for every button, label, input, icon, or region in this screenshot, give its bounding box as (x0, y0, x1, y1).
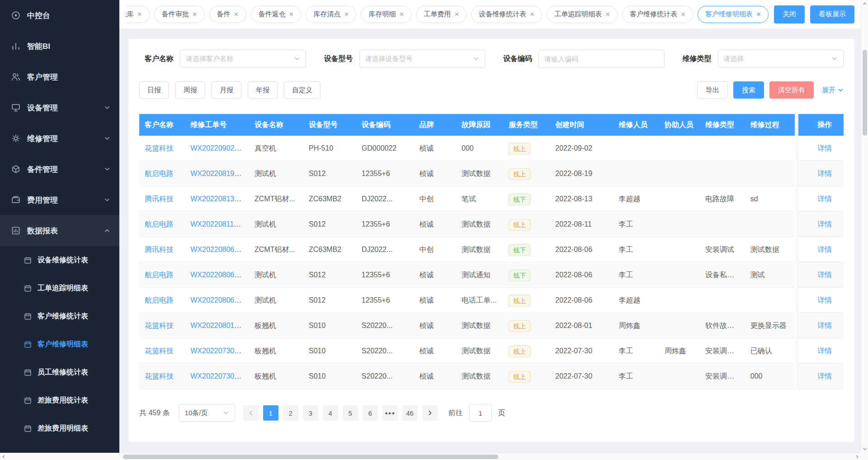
order-link[interactable]: WX202208110001 (190, 220, 249, 228)
sidebar-subitem[interactable]: 员工维修统计表 (0, 358, 119, 386)
tab[interactable]: 客户维修明细表× (698, 6, 769, 23)
detail-link[interactable]: 详情 (817, 195, 832, 203)
scroll-down-icon[interactable] (861, 446, 868, 453)
customer-link[interactable]: 花篮科技 (145, 144, 174, 152)
scroll-left-icon[interactable] (0, 453, 7, 460)
expand-toggle[interactable]: 展开 (822, 86, 844, 95)
customer-name-select[interactable]: 请选择客户名称 (180, 50, 306, 68)
sidebar-item-cost[interactable]: 费用管理 (0, 185, 119, 215)
pager-page[interactable]: 1 (263, 405, 278, 421)
sidebar-subitem[interactable]: 客户维修明细表 (0, 330, 119, 358)
tab[interactable]: 备件返仓× (251, 6, 302, 23)
sidebar-item-device[interactable]: 设备管理 (0, 92, 119, 123)
device-code-input[interactable] (538, 50, 665, 68)
sidebar-item-customer[interactable]: 客户管理 (0, 62, 119, 92)
sidebar-subitem[interactable]: 工单追踪明细表 (0, 274, 119, 302)
goto-page-input[interactable] (469, 404, 492, 422)
vertical-scrollbar[interactable] (861, 0, 868, 453)
clear-all-button[interactable]: 清空所有 (769, 81, 814, 99)
order-link[interactable]: WX202208010001 (190, 322, 249, 329)
tab[interactable]: 库存清点× (306, 6, 356, 23)
close-tab-icon[interactable]: × (234, 10, 239, 18)
detail-link[interactable]: 详情 (817, 296, 832, 304)
tab[interactable]: 工单费用× (416, 6, 467, 23)
tab[interactable]: 工单追踪明细表× (547, 6, 618, 23)
pager-page[interactable]: 3 (303, 405, 318, 421)
sidebar-item-console[interactable]: 中控台 (0, 0, 119, 31)
search-button[interactable]: 搜索 (733, 81, 764, 99)
tab[interactable]: 库存明细× (361, 6, 411, 23)
close-tab-icon[interactable]: × (605, 10, 610, 18)
detail-link[interactable]: 详情 (817, 144, 832, 152)
repair-type-select[interactable]: 请选择 (718, 50, 844, 68)
sidebar-item-repair[interactable]: 维修管理 (0, 123, 119, 154)
vertical-scrollbar-thumb[interactable] (863, 50, 867, 136)
close-tab-icon[interactable]: × (681, 10, 685, 18)
pager-page[interactable]: 4 (323, 405, 338, 421)
pager-page[interactable]: 5 (343, 405, 358, 421)
detail-link[interactable]: 详情 (817, 271, 832, 279)
customer-link[interactable]: 花篮科技 (145, 322, 174, 329)
page-size-select[interactable]: 10条/页 (179, 404, 235, 422)
customer-link[interactable]: 航启电路 (145, 220, 174, 228)
close-tab-icon[interactable]: × (530, 10, 534, 18)
scroll-right-icon[interactable] (854, 453, 861, 460)
sidebar-item-parts[interactable]: 备件管理 (0, 154, 119, 185)
close-tab-button[interactable]: 关闭 (774, 5, 805, 24)
close-tab-icon[interactable]: × (137, 10, 142, 18)
board-display-button[interactable]: 看板展示 (810, 5, 854, 24)
sidebar-subitem[interactable]: 客户维修统计表 (0, 302, 119, 330)
customer-link[interactable]: 航启电路 (145, 296, 174, 304)
period-button[interactable]: 自定义 (284, 81, 321, 99)
customer-link[interactable]: 花篮科技 (145, 347, 174, 355)
export-button[interactable]: 导出 (697, 81, 728, 99)
device-model-select[interactable]: 请选择设备型号 (359, 50, 486, 68)
prev-page-button[interactable] (243, 405, 259, 421)
period-button[interactable]: 周报 (175, 81, 205, 99)
order-link[interactable]: WX202209020001 (190, 144, 249, 152)
customer-link[interactable]: 腾讯科技 (145, 246, 174, 253)
detail-link[interactable]: 详情 (817, 170, 832, 177)
order-link[interactable]: WX202207300001 (190, 372, 249, 380)
order-link[interactable]: WX202208130001 (190, 195, 249, 203)
close-tab-icon[interactable]: × (399, 10, 404, 18)
horizontal-scrollbar-thumb[interactable] (123, 455, 498, 459)
period-button[interactable]: 日报 (139, 81, 169, 99)
customer-link[interactable]: 腾讯科技 (145, 195, 174, 203)
detail-link[interactable]: 详情 (817, 347, 832, 355)
pager-more[interactable]: ●●● (382, 405, 398, 421)
detail-link[interactable]: 详情 (817, 322, 832, 329)
detail-link[interactable]: 详情 (817, 246, 832, 253)
close-tab-icon[interactable]: × (756, 10, 761, 18)
close-tab-icon[interactable]: × (193, 10, 197, 18)
customer-link[interactable]: 花篮科技 (145, 372, 174, 380)
pager-page[interactable]: 6 (363, 405, 378, 421)
period-button[interactable]: 月报 (212, 81, 241, 99)
tab[interactable]: 设备维修统计表× (471, 6, 542, 23)
close-tab-icon[interactable]: × (454, 10, 459, 18)
order-link[interactable]: WX202208060003 (190, 246, 249, 253)
tab[interactable]: 仓库× (126, 6, 150, 23)
next-page-button[interactable] (422, 405, 438, 421)
tab[interactable]: 备件× (209, 6, 246, 23)
close-tab-icon[interactable]: × (344, 10, 349, 18)
customer-link[interactable]: 航启电路 (145, 271, 174, 279)
detail-link[interactable]: 详情 (817, 220, 832, 228)
pager-page[interactable]: 46 (402, 405, 418, 421)
detail-link[interactable]: 详情 (817, 372, 832, 380)
sidebar-subitem[interactable]: 设备维修统计表 (0, 246, 119, 274)
sidebar-item-bi[interactable]: 智能BI (0, 31, 119, 62)
order-link[interactable]: WX202208190001 (190, 170, 249, 177)
order-link[interactable]: WX202207300002 (190, 347, 249, 355)
sidebar-item-report[interactable]: 数据报表 (0, 215, 119, 246)
period-button[interactable]: 年报 (248, 81, 278, 99)
horizontal-scrollbar[interactable] (0, 453, 861, 460)
pager-page[interactable]: 2 (283, 405, 298, 421)
close-tab-icon[interactable]: × (289, 10, 294, 18)
sidebar-subitem[interactable]: 差旅费用统计表 (0, 386, 119, 414)
customer-link[interactable]: 航启电路 (145, 170, 174, 177)
order-link[interactable]: WX202208060001 (190, 296, 249, 304)
scroll-up-icon[interactable] (861, 0, 868, 7)
tab[interactable]: 备件审批× (154, 6, 205, 23)
sidebar-subitem[interactable]: 差旅费用明细表 (0, 414, 119, 442)
